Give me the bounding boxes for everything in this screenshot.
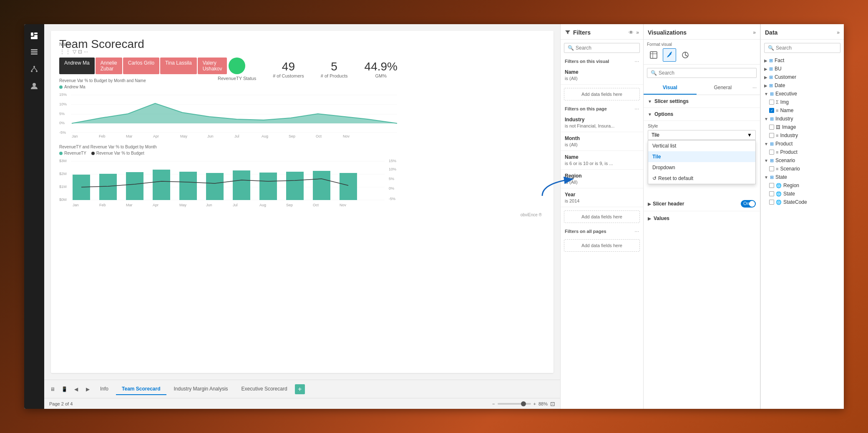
- viz-tab-general[interactable]: General: [697, 81, 750, 95]
- page-tab-executive[interactable]: Executive Scorecard: [236, 383, 293, 395]
- tab-device-mobile[interactable]: 📱: [59, 384, 69, 394]
- filters-expand-icon[interactable]: »: [636, 30, 639, 35]
- add-all-fields[interactable]: Add data fields here: [564, 239, 640, 252]
- data-search-input[interactable]: [776, 45, 837, 51]
- tree-bu[interactable]: ▶ ⊞ BU: [761, 65, 844, 73]
- fact-label: Fact: [775, 58, 784, 63]
- state-region-checkbox[interactable]: [769, 183, 774, 188]
- viz-tab-visual[interactable]: Visual: [644, 81, 697, 95]
- state-code-checkbox[interactable]: [769, 200, 774, 205]
- sidebar-icon-model[interactable]: [28, 63, 41, 76]
- slicer-tile-tina[interactable]: Tina Lassila: [160, 58, 197, 74]
- slicer-settings-toggle[interactable]: ▼ Slicer settings: [648, 97, 756, 106]
- on-page-dots[interactable]: ···: [634, 105, 639, 112]
- product-name-checkbox[interactable]: [769, 150, 774, 155]
- viz-icon-table[interactable]: [647, 48, 660, 62]
- slicer-filter-icon[interactable]: ▽: [73, 49, 76, 55]
- industry-image-checkbox[interactable]: [769, 125, 774, 130]
- viz-tab-more[interactable]: ···: [749, 81, 760, 95]
- page-tab-team-scorecard[interactable]: Team Scorecard: [116, 383, 166, 395]
- tree-fact[interactable]: ▶ ⊞ Fact: [761, 56, 844, 65]
- tree-customer[interactable]: ▶ ⊞ Customer: [761, 73, 844, 81]
- sidebar-icon-table[interactable]: [28, 46, 41, 59]
- viz-icon-brush[interactable]: [663, 48, 676, 62]
- zoom-plus[interactable]: +: [533, 401, 536, 406]
- tree-state-code[interactable]: 🌐 StateCode: [761, 198, 844, 206]
- add-page-fields[interactable]: Add data fields here: [564, 210, 640, 223]
- svg-text:Nov: Nov: [340, 203, 347, 207]
- tree-product-name[interactable]: ≡ Product: [761, 148, 844, 156]
- slicer-tile-annelie[interactable]: AnnelieZubar: [96, 58, 122, 74]
- tab-prev[interactable]: ◀: [71, 384, 81, 394]
- slicer-handle-icon: ⋮⋮: [59, 48, 71, 55]
- slicer-header-toggle-row[interactable]: ▶ Slicer header: [648, 199, 684, 208]
- options-toggle[interactable]: ▼ Options: [648, 110, 756, 119]
- scenario-name-checkbox[interactable]: [769, 166, 774, 171]
- fit-page-icon[interactable]: ⊡: [550, 400, 555, 407]
- svg-text:May: May: [180, 134, 188, 138]
- tree-scenario[interactable]: ▼ ⊞ Scenario: [761, 156, 844, 165]
- slicer-tile-valery[interactable]: ValeryUshakov: [198, 58, 227, 74]
- tree-industry-image[interactable]: 🖼 Image: [761, 123, 844, 131]
- filter-month[interactable]: Month is (All): [561, 132, 643, 151]
- state-state-checkbox[interactable]: [769, 191, 774, 196]
- viz-content: ▼ Slicer settings ▼ Options Style: [644, 95, 760, 409]
- viz-search-box[interactable]: 🔍: [647, 68, 757, 78]
- zoom-slider[interactable]: [498, 403, 531, 405]
- tree-industry[interactable]: ▼ ⊞ Industry: [761, 115, 844, 123]
- svg-text:Jul: Jul: [233, 203, 238, 207]
- page-tab-industry[interactable]: Industry Margin Analysis: [168, 383, 234, 395]
- values-toggle[interactable]: ▶ Values: [648, 214, 756, 223]
- style-option-tile[interactable]: Tile: [648, 151, 755, 162]
- data-search-box[interactable]: 🔍: [764, 43, 840, 53]
- slicer-tile-carlos[interactable]: Carlos Grilo: [123, 58, 159, 74]
- tree-executive-img[interactable]: Σ Img: [761, 98, 844, 106]
- filter-industry[interactable]: Industry is not Financial, Insura...: [561, 113, 643, 132]
- filter-region-label: Region: [565, 173, 582, 179]
- viz-search-input[interactable]: [659, 70, 753, 76]
- executive-name-checkbox[interactable]: ✓: [769, 108, 774, 113]
- tree-executive[interactable]: ▼ ⊞ Executive: [761, 90, 844, 98]
- filter-name-visual[interactable]: Name is (All): [561, 66, 643, 85]
- zoom-minus[interactable]: −: [492, 401, 495, 406]
- slicer-more-icon[interactable]: ···: [84, 49, 88, 55]
- style-dropdown[interactable]: Tile ▼: [648, 130, 756, 140]
- style-option-vertical[interactable]: Vertical list: [648, 140, 755, 151]
- add-visual-fields[interactable]: Add data fields here: [564, 88, 640, 100]
- viz-icon-analytics[interactable]: [679, 48, 692, 62]
- tree-state-state[interactable]: 🌐 State: [761, 190, 844, 198]
- on-all-dots[interactable]: ···: [634, 228, 639, 234]
- viz-expand-icon[interactable]: »: [753, 30, 756, 35]
- filters-search-box[interactable]: 🔍: [564, 43, 640, 53]
- svg-text:10%: 10%: [389, 167, 396, 171]
- filters-eye-icon[interactable]: 👁: [629, 30, 634, 35]
- filter-region[interactable]: Region is (All): [561, 170, 643, 188]
- tree-state[interactable]: ▼ ⊞ State: [761, 173, 844, 181]
- style-option-dropdown[interactable]: Dropdown: [648, 162, 755, 173]
- page-tab-info[interactable]: Info: [94, 383, 114, 395]
- filter-year[interactable]: Year is 2014: [561, 188, 643, 207]
- data-expand-icon[interactable]: »: [837, 30, 840, 35]
- industry-name-label: Industry: [780, 133, 798, 138]
- slicer-header-toggle[interactable]: On: [741, 200, 756, 208]
- tree-scenario-name[interactable]: ≡ Scenario: [761, 165, 844, 173]
- sidebar-icon-report[interactable]: [28, 29, 41, 43]
- sidebar-icon-user[interactable]: [28, 79, 41, 93]
- state-region-icon: 🌐: [776, 183, 782, 188]
- add-tab-button[interactable]: +: [295, 384, 305, 394]
- tree-executive-name[interactable]: ✓ ≡ Name: [761, 106, 844, 115]
- filter-name-page[interactable]: Name is 6 or is 10 or is 9, is ...: [561, 151, 643, 170]
- industry-name-checkbox[interactable]: [769, 133, 774, 138]
- filters-search-input[interactable]: [576, 45, 636, 51]
- slicer-tile-andrew[interactable]: Andrew Ma: [59, 58, 95, 74]
- tab-device-desktop[interactable]: 🖥: [48, 384, 58, 394]
- executive-img-checkbox[interactable]: [769, 100, 774, 105]
- slicer-expand-icon[interactable]: ⊡: [78, 49, 82, 55]
- tab-next[interactable]: ▶: [83, 384, 93, 394]
- style-option-reset[interactable]: ↺Reset to default: [648, 173, 755, 184]
- tree-industry-name[interactable]: ≡ Industry: [761, 131, 844, 140]
- tree-state-region[interactable]: 🌐 Region: [761, 181, 844, 190]
- tree-date[interactable]: ▶ ⊞ Date: [761, 81, 844, 90]
- on-visual-dots[interactable]: ···: [634, 58, 639, 64]
- tree-product[interactable]: ▼ ⊞ Product: [761, 140, 844, 148]
